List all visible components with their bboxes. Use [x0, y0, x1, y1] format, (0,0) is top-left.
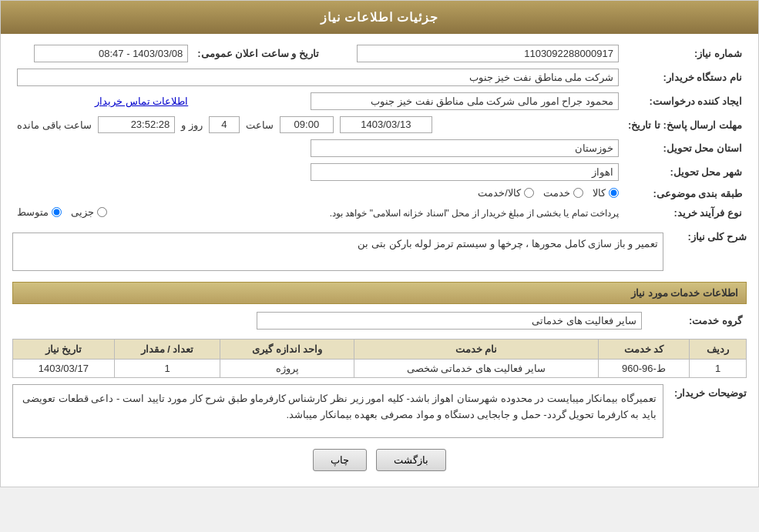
category-kala-label: کالا	[593, 187, 606, 199]
purchase-type-jozii-label: جزیی	[71, 206, 94, 218]
buyer-desc-value: تعمیرگاه بیمانکار میبایست در محدوده شهرس…	[12, 384, 663, 438]
province-label: استان محل تحویل:	[623, 136, 747, 160]
deadline-remaining-label: ساعت باقی مانده	[17, 119, 92, 131]
info-table: شماره نیاز: 1103092288000917 تاریخ و ساع…	[12, 42, 747, 222]
col-header-row: ردیف	[690, 340, 747, 360]
category-radio-kala[interactable]	[609, 188, 619, 198]
deadline-remaining-value: 23:52:28	[98, 116, 175, 133]
buyer-desc-label: توضیحات خریدار:	[670, 384, 747, 399]
buyer-org-value: شرکت ملی مناطق نفت خیز جنوب	[17, 69, 619, 86]
col-header-unit: واحد اندازه گیری	[220, 340, 354, 360]
deadline-time-value: 09:00	[280, 116, 334, 133]
col-header-code: کد خدمت	[598, 340, 689, 360]
table-cell: ط-96-960	[598, 360, 689, 378]
purchase-type-option-motavasset[interactable]: متوسط	[17, 206, 62, 218]
province-value: خوزستان	[311, 139, 619, 157]
service-group-label: گروه خدمت:	[646, 309, 747, 333]
table-cell: پروژه	[220, 360, 354, 378]
announce-datetime-value: 1403/03/08 - 08:47	[34, 45, 188, 62]
table-cell: 1403/03/17	[13, 360, 115, 378]
creator-label: ایجاد کننده درخواست:	[623, 89, 747, 113]
purchase-type-note: پرداخت تمام یا بخشی از مبلغ خریدار از مح…	[113, 208, 619, 219]
category-radio-khadamat[interactable]	[573, 188, 583, 198]
buyer-org-label: نام دستگاه خریدار:	[623, 65, 747, 89]
purchase-type-label: نوع فرآیند خرید:	[623, 203, 747, 222]
category-radio-group: کالا/خدمت خدمت کالا	[478, 187, 619, 199]
deadline-date-value: 1403/03/13	[340, 116, 432, 133]
category-option-kala[interactable]: کالا	[593, 187, 619, 199]
deadline-time-label: ساعت	[246, 119, 274, 131]
purchase-type-radio-jozii[interactable]	[97, 207, 107, 217]
need-number-label: شماره نیاز:	[623, 42, 747, 65]
col-header-name: نام خدمت	[354, 340, 599, 360]
creator-contact-link[interactable]: اطلاعات تماس خریدار	[95, 95, 188, 107]
deadline-days-label: روز و	[181, 119, 203, 131]
need-description-label: شرح کلی نیاز:	[670, 228, 747, 246]
services-table: ردیف کد خدمت نام خدمت واحد اندازه گیری ت…	[12, 339, 747, 378]
announce-datetime-label: تاریخ و ساعت اعلان عمومی:	[193, 42, 324, 65]
service-group-table: گروه خدمت: سایر فعالیت های خدماتی	[12, 309, 747, 333]
category-option-kala-khadamat[interactable]: کالا/خدمت	[478, 187, 534, 199]
col-header-qty: تعداد / مقدار	[114, 340, 220, 360]
back-button[interactable]: بازگشت	[376, 449, 446, 471]
need-description-row: شرح کلی نیاز: تعمیر و باز سازی کامل محور…	[12, 228, 747, 276]
need-description-value: تعمیر و باز سازی کامل محورها ، چرخها و س…	[12, 233, 663, 271]
deadline-label: مهلت ارسال پاسخ: تا تاریخ:	[623, 113, 747, 136]
page-title: جزئیات اطلاعات نیاز	[321, 11, 439, 24]
need-number-value: 1103092288000917	[357, 45, 619, 62]
page-header: جزئیات اطلاعات نیاز	[1, 1, 758, 34]
deadline-days-value: 4	[209, 116, 240, 133]
table-cell: سایر فعالیت های خدماتی شخصی	[354, 360, 599, 378]
category-label: طبقه بندی موضوعی:	[623, 184, 747, 203]
category-radio-kala-khadamat[interactable]	[524, 188, 534, 198]
table-row: 1ط-96-960سایر فعالیت های خدماتی شخصیپروژ…	[13, 360, 747, 378]
purchase-type-radio-motavasset[interactable]	[52, 207, 62, 217]
city-label: شهر محل تحویل:	[623, 160, 747, 184]
purchase-type-radio-group: متوسط جزیی	[17, 206, 107, 218]
service-group-value: سایر فعالیت های خدماتی	[257, 312, 642, 330]
buttons-row: چاپ بازگشت	[12, 449, 747, 471]
purchase-type-option-jozii[interactable]: جزیی	[71, 206, 107, 218]
services-section-header: اطلاعات خدمات مورد نیاز	[12, 282, 747, 304]
table-cell: 1	[114, 360, 220, 378]
creator-value: محمود جراح امور مالی شرکت ملی مناطق نفت …	[311, 92, 619, 110]
print-button[interactable]: چاپ	[313, 449, 367, 471]
buyer-desc-row: توضیحات خریدار: تعمیرگاه بیمانکار میبایس…	[12, 384, 747, 438]
table-cell: 1	[690, 360, 747, 378]
category-khadamat-label: خدمت	[543, 187, 570, 199]
category-kala-khadamat-label: کالا/خدمت	[478, 187, 521, 199]
category-option-khadamat[interactable]: خدمت	[543, 187, 583, 199]
col-header-date: تاریخ نیاز	[13, 340, 115, 360]
city-value: اهواز	[311, 163, 619, 181]
purchase-type-motavasset-label: متوسط	[17, 206, 49, 218]
